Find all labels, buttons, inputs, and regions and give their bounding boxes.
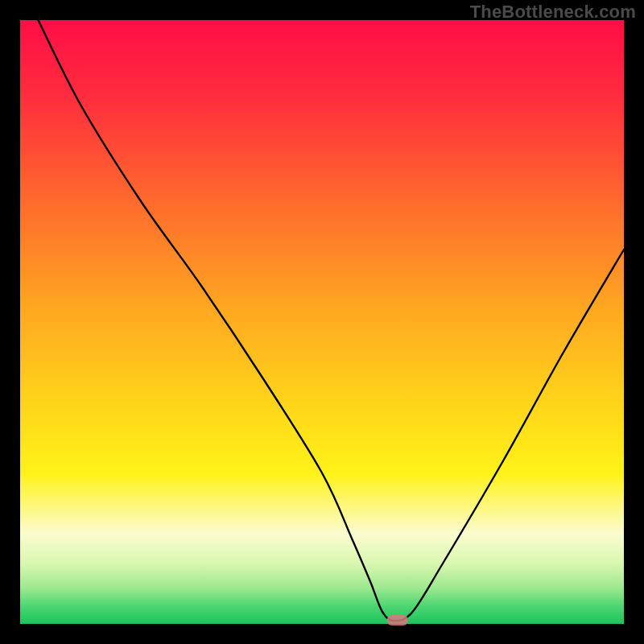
- plot-background: [20, 20, 624, 624]
- optimal-marker: [387, 615, 408, 625]
- bottleneck-chart: [0, 0, 644, 644]
- chart-container: TheBottleneck.com: [0, 0, 644, 644]
- watermark-label: TheBottleneck.com: [470, 2, 636, 23]
